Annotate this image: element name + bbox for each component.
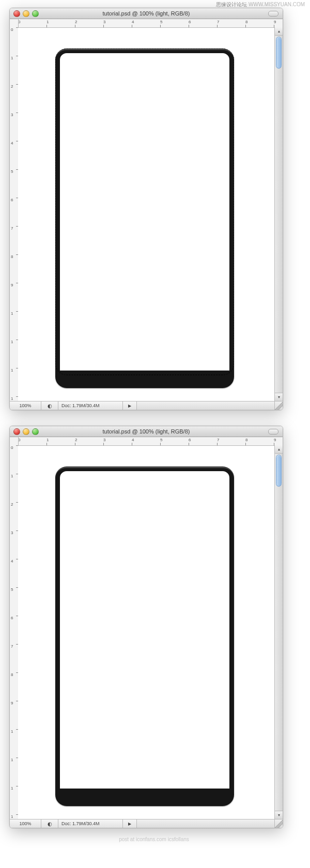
- ruler-tick: 3: [103, 438, 105, 442]
- ruler-tick: 0: [11, 27, 13, 32]
- ruler-tick: 6: [189, 20, 191, 24]
- ruler-tick: 6: [189, 438, 191, 442]
- resize-grip-icon[interactable]: [274, 819, 283, 828]
- device-frame-shape[interactable]: [55, 467, 234, 806]
- ruler-vertical[interactable]: 01234567891111: [10, 27, 19, 401]
- doc-size-label[interactable]: Doc: 1.79M/30.4M: [58, 819, 123, 828]
- zoom-level[interactable]: 100%: [10, 819, 41, 828]
- document-window-a: tutorial.psd @ 100% (light, RGB/8) 01234…: [9, 8, 283, 410]
- ruler-tick: 7: [217, 438, 219, 442]
- scroll-thumb[interactable]: [276, 37, 282, 69]
- scroll-up-icon[interactable]: ▴: [275, 445, 283, 454]
- page-watermark: 思缘设计论坛 WWW.MISSYUAN.COM: [216, 1, 305, 8]
- ruler-tick: 5: [11, 587, 13, 592]
- ruler-tick: 6: [11, 198, 13, 202]
- minimize-icon[interactable]: [23, 428, 29, 435]
- ruler-horizontal[interactable]: 0123456789: [10, 437, 283, 446]
- ruler-origin[interactable]: [10, 19, 19, 27]
- ruler-tick: 8: [245, 20, 247, 24]
- ruler-tick: 1: [11, 311, 13, 316]
- doc-size-label[interactable]: Doc: 1.79M/30.4M: [58, 401, 123, 410]
- ruler-tick: 7: [217, 20, 219, 24]
- ruler-tick: 2: [75, 20, 77, 24]
- titlebar[interactable]: tutorial.psd @ 100% (light, RGB/8): [10, 8, 283, 19]
- ruler-tick: 4: [11, 141, 13, 146]
- window-title: tutorial.psd @ 100% (light, RGB/8): [10, 428, 283, 435]
- ruler-tick: 1: [11, 814, 13, 819]
- ruler-origin[interactable]: [10, 437, 19, 445]
- window-title: tutorial.psd @ 100% (light, RGB/8): [10, 10, 283, 17]
- ruler-tick: 5: [11, 169, 13, 174]
- ruler-tick: 6: [11, 616, 13, 620]
- ruler-tick: 9: [274, 438, 276, 442]
- status-bar: 100% ◐ Doc: 1.79M/30.4M ▶: [10, 819, 283, 828]
- ruler-tick: 3: [11, 531, 13, 535]
- toolbar-toggle-button[interactable]: [268, 429, 278, 435]
- zoom-level[interactable]: 100%: [10, 401, 41, 410]
- statusbar-menu-icon[interactable]: ▶: [123, 819, 137, 828]
- ruler-tick: 2: [11, 502, 13, 507]
- ruler-tick: 3: [11, 112, 13, 117]
- scrollbar-vertical[interactable]: ▴ ▾: [274, 27, 283, 401]
- scrollbar-vertical[interactable]: ▴ ▾: [274, 445, 283, 819]
- ruler-tick: 5: [160, 20, 162, 24]
- ruler-tick: 7: [11, 644, 13, 649]
- traffic-lights: [13, 10, 39, 17]
- zoom-icon[interactable]: [32, 428, 39, 435]
- scroll-thumb[interactable]: [276, 455, 282, 487]
- ruler-tick: 1: [11, 56, 13, 60]
- ruler-tick: 8: [11, 672, 13, 677]
- titlebar[interactable]: tutorial.psd @ 100% (light, RGB/8): [10, 426, 283, 437]
- ruler-tick: 1: [11, 758, 13, 762]
- ruler-horizontal[interactable]: 0123456789: [10, 19, 283, 28]
- document-window-b: tutorial.psd @ 100% (light, RGB/8) 01234…: [9, 426, 283, 828]
- ruler-tick: 1: [11, 368, 13, 373]
- ruler-tick: 1: [11, 729, 13, 734]
- ruler-tick: 7: [11, 226, 13, 231]
- exposure-icon[interactable]: ◐: [41, 819, 58, 828]
- ruler-tick: 1: [11, 396, 13, 401]
- ruler-tick: 9: [274, 20, 276, 24]
- ruler-tick: 9: [11, 283, 13, 287]
- ruler-tick: 2: [11, 84, 13, 89]
- ruler-tick: 4: [132, 438, 134, 442]
- ruler-tick: 2: [75, 438, 77, 442]
- ruler-tick: 1: [47, 20, 49, 24]
- status-bar: 100% ◐ Doc: 1.79M/30.4M ▶: [10, 401, 283, 410]
- close-icon[interactable]: [13, 428, 20, 435]
- statusbar-menu-icon[interactable]: ▶: [123, 401, 137, 410]
- canvas[interactable]: [18, 446, 283, 828]
- scroll-down-icon[interactable]: ▾: [275, 393, 283, 401]
- ruler-tick: 4: [132, 20, 134, 24]
- scroll-down-icon[interactable]: ▾: [275, 811, 283, 819]
- footer-watermark: post at iconfans.com icsfollans: [9, 837, 299, 842]
- toolbar-toggle-button[interactable]: [268, 11, 278, 17]
- minimize-icon[interactable]: [23, 10, 29, 17]
- ruler-tick: 1: [11, 786, 13, 791]
- ruler-tick: 1: [47, 438, 49, 442]
- ruler-tick: 1: [11, 340, 13, 344]
- ruler-tick: 8: [11, 254, 13, 259]
- device-frame-shape[interactable]: [55, 49, 234, 388]
- ruler-tick: 9: [11, 701, 13, 705]
- resize-grip-icon[interactable]: [274, 401, 283, 410]
- ruler-tick: 1: [11, 474, 13, 478]
- ruler-tick: 4: [11, 559, 13, 564]
- scroll-up-icon[interactable]: ▴: [275, 27, 283, 36]
- ruler-vertical[interactable]: 01234567891111: [10, 445, 19, 819]
- zoom-icon[interactable]: [32, 10, 39, 17]
- canvas[interactable]: [18, 28, 283, 410]
- traffic-lights: [13, 428, 39, 435]
- ruler-tick: 8: [245, 438, 247, 442]
- exposure-icon[interactable]: ◐: [41, 401, 58, 410]
- ruler-tick: 3: [103, 20, 105, 24]
- ruler-tick: 5: [160, 438, 162, 442]
- ruler-tick: 0: [11, 445, 13, 450]
- close-icon[interactable]: [13, 10, 20, 17]
